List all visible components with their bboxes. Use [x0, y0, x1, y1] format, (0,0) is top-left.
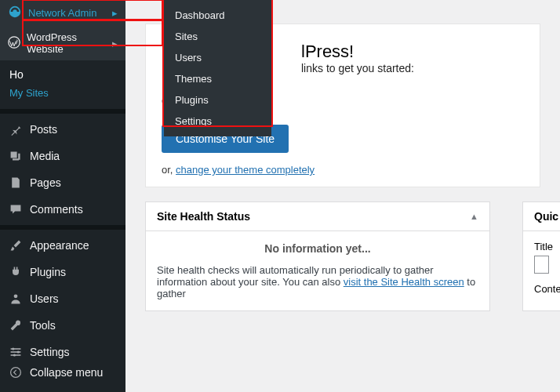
- toggle-icon[interactable]: ▲: [470, 212, 478, 221]
- menu-label: Tools: [30, 319, 56, 332]
- change-theme-link[interactable]: change your theme completely: [176, 164, 315, 176]
- menu-label: Plugins: [30, 266, 66, 278]
- sidebar-item-media[interactable]: Media: [0, 143, 125, 169]
- collapse-menu-button[interactable]: Collapse menu: [0, 359, 111, 386]
- sidebar-item-appearance[interactable]: Appearance: [0, 232, 125, 259]
- welcome-subtitle: links to get you started:: [301, 62, 524, 74]
- flyout-users[interactable]: Users: [164, 47, 271, 68]
- network-admin-menu[interactable]: Network Admin ▸: [0, 0, 125, 26]
- menu-label: Settings: [30, 346, 70, 358]
- collapse-icon: [8, 366, 24, 379]
- plug-icon: [8, 266, 24, 278]
- site-health-link[interactable]: visit the Site Health screen: [344, 276, 464, 288]
- separator: [0, 109, 125, 114]
- quick-draft-header[interactable]: Quic: [523, 202, 560, 231]
- media-icon: [8, 150, 24, 162]
- comment-icon: [8, 203, 24, 216]
- pin-icon: [8, 123, 24, 136]
- menu-label: Comments: [30, 203, 83, 216]
- sidebar-item-plugins[interactable]: Plugins: [0, 259, 125, 285]
- flyout-dashboard[interactable]: Dashboard: [164, 5, 271, 26]
- site-switcher[interactable]: WordPress Website ▸: [0, 26, 125, 60]
- box-title: Quic: [534, 210, 558, 223]
- quick-draft-box: Quic Title Conte: [522, 201, 560, 311]
- svg-point-8: [11, 368, 21, 378]
- health-description: Site health checks will automatically ru…: [157, 264, 478, 299]
- svg-point-6: [17, 350, 20, 353]
- menu-label: Media: [30, 150, 60, 162]
- or-text: or, change your theme completely: [162, 164, 524, 176]
- quick-title-input[interactable]: [534, 256, 549, 274]
- network-admin-label: Network Admin: [28, 7, 96, 19]
- sidebar-item-pages[interactable]: Pages: [0, 169, 125, 196]
- submenu-arrow-icon: ▸: [112, 38, 118, 49]
- sidebar-item-tools[interactable]: Tools: [0, 312, 125, 339]
- user-icon: [8, 292, 24, 305]
- wrench-icon: [8, 319, 24, 332]
- welcome-title: lPress!: [301, 42, 524, 62]
- sidebar-item-posts[interactable]: Posts: [0, 116, 125, 143]
- site-health-header[interactable]: Site Health Status ▲: [146, 202, 489, 231]
- dashboard-icon: [8, 5, 22, 21]
- sidebar-item-users[interactable]: Users: [0, 285, 125, 312]
- sidebar-item-comments[interactable]: Comments: [0, 196, 125, 223]
- submenu-arrow-icon: ▸: [112, 7, 118, 19]
- flyout-sites[interactable]: Sites: [164, 26, 271, 47]
- menu-label: Posts: [30, 123, 57, 136]
- network-admin-flyout: Dashboard Sites Users Themes Plugins Set…: [164, 0, 271, 136]
- menu-label: Appearance: [30, 239, 89, 252]
- dashboard-home[interactable]: Ho: [0, 60, 125, 84]
- box-title: Site Health Status: [157, 210, 250, 223]
- no-info-text: No information yet...: [157, 242, 478, 255]
- flyout-plugins[interactable]: Plugins: [164, 89, 271, 111]
- brush-icon: [8, 239, 24, 252]
- title-label: Title: [534, 241, 549, 252]
- settings-icon: [8, 346, 24, 358]
- svg-point-7: [13, 354, 16, 356]
- page-icon: [8, 176, 24, 189]
- content-label: Conte: [534, 283, 549, 295]
- collapse-label: Collapse menu: [30, 366, 103, 379]
- separator: [0, 225, 125, 230]
- flyout-settings[interactable]: Settings: [164, 111, 271, 132]
- menu-label: Pages: [30, 176, 61, 189]
- wordpress-icon: [8, 36, 20, 51]
- site-health-box: Site Health Status ▲ No information yet.…: [145, 201, 490, 311]
- flyout-themes[interactable]: Themes: [164, 68, 271, 89]
- svg-point-1: [14, 294, 18, 298]
- menu-label: Users: [30, 292, 59, 305]
- svg-point-5: [12, 347, 14, 350]
- my-sites-link[interactable]: My Sites: [0, 84, 125, 107]
- site-name-label: WordPress Website: [27, 31, 112, 55]
